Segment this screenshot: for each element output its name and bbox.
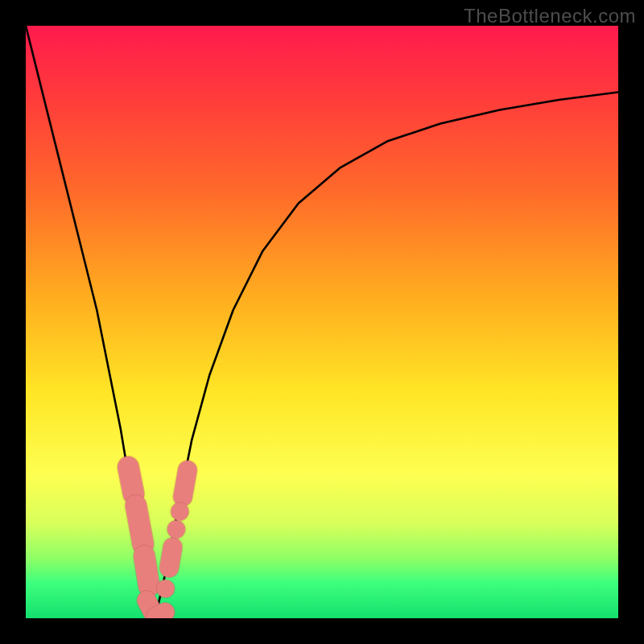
- chart-svg: [26, 26, 618, 618]
- watermark-text: TheBottleneck.com: [464, 5, 636, 27]
- marker-capsule: [144, 556, 149, 586]
- markers-layer: [128, 467, 189, 616]
- marker-dot: [171, 502, 188, 520]
- marker-dot: [157, 580, 175, 597]
- marker-capsule: [183, 470, 188, 497]
- marker-capsule: [136, 506, 143, 544]
- marker-capsule: [169, 547, 172, 568]
- plot-area: [26, 26, 618, 618]
- curves-layer: [26, 26, 618, 618]
- chart-frame: TheBottleneck.com: [0, 0, 644, 644]
- marker-dot: [167, 521, 185, 539]
- marker-capsule: [156, 613, 165, 617]
- marker-capsule: [128, 467, 134, 493]
- series-right-curve: [155, 92, 618, 618]
